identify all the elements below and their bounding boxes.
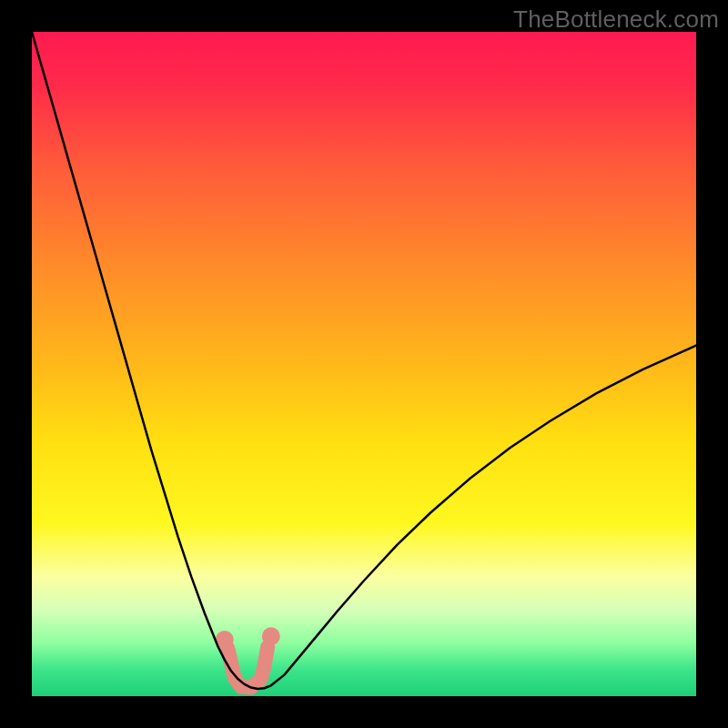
dot-right <box>262 627 280 645</box>
watermark-text: TheBottleneck.com <box>513 5 719 34</box>
chart-svg <box>32 32 696 696</box>
chart-frame: TheBottleneck.com <box>0 0 728 728</box>
gradient-background <box>32 32 696 696</box>
plot-area <box>32 32 696 696</box>
